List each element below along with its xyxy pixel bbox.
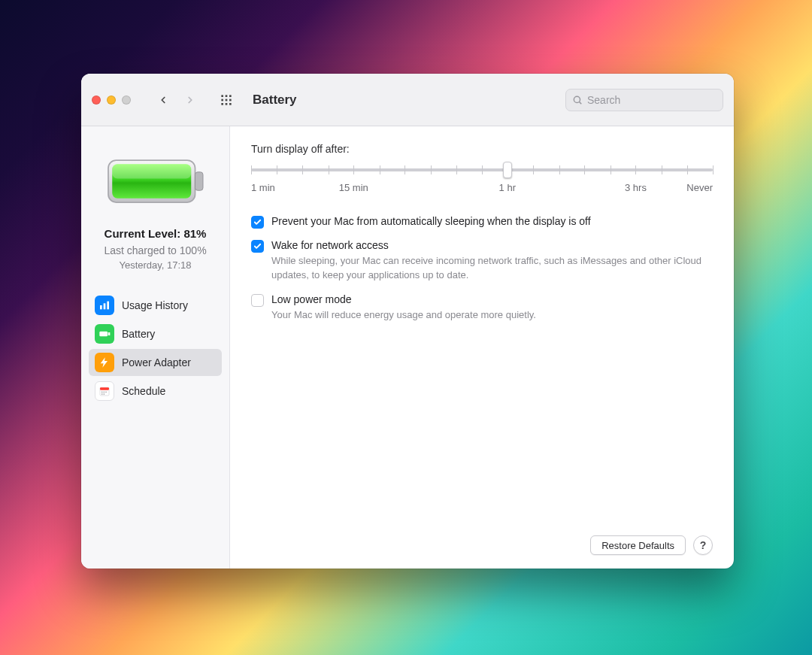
svg-rect-17	[107, 302, 109, 310]
sidebar-item-label: Power Adapter	[122, 356, 191, 368]
search-field[interactable]	[565, 89, 723, 111]
option-label: Low power mode	[271, 293, 713, 305]
slider-tick	[456, 165, 457, 174]
option-low-power: Low power modeYour Mac will reduce energ…	[251, 293, 713, 323]
checkbox-low-power[interactable]	[251, 294, 264, 307]
sidebar-item-label: Usage History	[122, 299, 188, 311]
option-wake-network: Wake for network accessWhile sleeping, y…	[251, 239, 713, 283]
svg-rect-8	[229, 103, 232, 105]
option-description: While sleeping, your Mac can receive inc…	[271, 254, 713, 283]
slider-tick	[662, 165, 662, 174]
slider-tick	[687, 165, 688, 174]
slider-tick	[611, 165, 611, 174]
svg-rect-6	[221, 103, 223, 105]
svg-rect-2	[229, 95, 232, 97]
nav-arrows	[150, 89, 203, 111]
svg-rect-18	[99, 332, 108, 337]
battery-last-charged-label: Last charged to 100%	[92, 244, 219, 256]
svg-rect-24	[105, 392, 106, 393]
slider-tick	[277, 165, 277, 174]
sidebar-item-label: Battery	[122, 328, 155, 340]
svg-rect-23	[104, 392, 105, 393]
sidebar-item-battery[interactable]: Battery	[89, 320, 222, 347]
slider-tick	[302, 165, 303, 174]
svg-line-10	[580, 102, 582, 104]
svg-rect-7	[226, 103, 228, 105]
battery-level-label: Current Level: 81%	[92, 227, 219, 240]
checkbox-prevent-sleep[interactable]	[251, 216, 264, 229]
chart-bar-icon	[95, 296, 114, 315]
close-window-button[interactable]	[92, 96, 101, 105]
search-input[interactable]	[587, 94, 717, 106]
slider-tick-label: 1 min	[251, 182, 275, 193]
option-label: Wake for network access	[271, 239, 713, 251]
content-footer: Restore Defaults ?	[251, 535, 713, 555]
back-button[interactable]	[150, 89, 176, 111]
slider-tick-label: 1 hr	[499, 182, 516, 193]
content-pane: Turn display off after: 1 min15 min1 hr3…	[230, 126, 734, 569]
titlebar: Battery	[81, 74, 734, 126]
svg-rect-15	[100, 305, 102, 309]
svg-rect-16	[104, 303, 106, 309]
svg-rect-26	[104, 393, 105, 394]
preferences-window: Battery	[81, 74, 734, 569]
svg-rect-22	[102, 392, 102, 393]
svg-rect-19	[108, 333, 109, 335]
bolt-icon	[95, 353, 114, 372]
slider-tick	[635, 165, 636, 174]
checkbox-wake-network[interactable]	[251, 240, 264, 253]
sidebar-item-power-adapter[interactable]: Power Adapter	[89, 349, 222, 376]
battery-icon	[95, 324, 114, 344]
svg-rect-25	[102, 393, 102, 394]
slider-tick	[404, 165, 405, 174]
window-controls	[92, 96, 131, 105]
slider-thumb[interactable]	[503, 162, 512, 178]
slider-tick	[584, 165, 585, 174]
forward-button	[177, 89, 203, 111]
slider-tick	[533, 165, 534, 174]
option-description: Your Mac will reduce energy usage and op…	[271, 308, 713, 323]
grid-icon	[220, 94, 232, 106]
slider-tick	[713, 165, 714, 174]
battery-last-charged-time: Yesterday, 17:18	[92, 259, 219, 271]
svg-rect-0	[221, 95, 223, 97]
svg-rect-3	[221, 99, 223, 101]
slider-tick-label: 15 min	[339, 182, 368, 193]
option-prevent-sleep: Prevent your Mac from automatically slee…	[251, 215, 713, 229]
battery-hero-icon	[87, 147, 223, 215]
slider-tick	[431, 165, 432, 174]
sidebar-item-schedule[interactable]: Schedule	[89, 378, 222, 405]
slider-labels: 1 min15 min1 hr3 hrsNever	[251, 182, 713, 196]
option-label: Prevent your Mac from automatically slee…	[271, 215, 713, 227]
zoom-window-button[interactable]	[122, 96, 131, 105]
slider-tick	[251, 165, 252, 174]
slider-tick	[482, 165, 483, 174]
svg-rect-1	[226, 95, 228, 97]
slider-tick	[353, 165, 354, 174]
svg-rect-12	[195, 172, 203, 191]
sidebar-item-usage-history[interactable]: Usage History	[89, 292, 222, 319]
slider-tick	[380, 165, 380, 174]
slider-tick-label: 3 hrs	[625, 182, 647, 193]
display-off-slider[interactable]	[251, 162, 713, 177]
slider-tick-label: Never	[686, 182, 713, 193]
svg-rect-14	[112, 164, 191, 178]
svg-point-9	[574, 96, 580, 102]
svg-rect-5	[229, 99, 232, 101]
svg-rect-4	[226, 99, 228, 101]
sidebar-item-label: Schedule	[122, 385, 165, 397]
restore-defaults-button[interactable]: Restore Defaults	[590, 535, 686, 555]
calendar-icon	[95, 381, 114, 401]
display-off-label: Turn display off after:	[251, 143, 713, 155]
slider-tick	[329, 165, 329, 174]
battery-status: Current Level: 81% Last charged to 100% …	[87, 220, 223, 271]
sidebar-nav: Usage HistoryBatteryPower AdapterSchedul…	[87, 292, 223, 405]
minimize-window-button[interactable]	[107, 96, 116, 105]
help-button[interactable]: ?	[693, 535, 713, 555]
svg-rect-21	[100, 387, 109, 390]
window-title: Battery	[253, 92, 297, 108]
show-all-button[interactable]	[215, 89, 238, 111]
sidebar: Current Level: 81% Last charged to 100% …	[81, 126, 230, 569]
slider-tick	[559, 165, 560, 174]
search-icon	[572, 95, 583, 105]
